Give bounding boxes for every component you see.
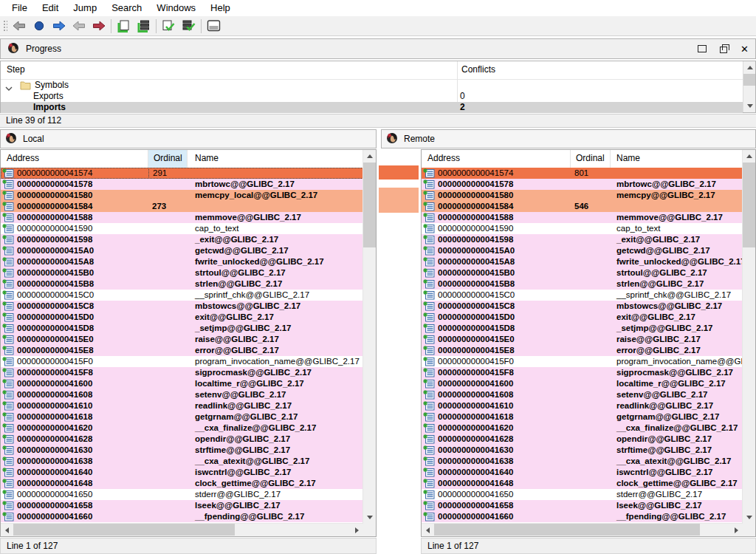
table-row[interactable]: 0000000000041610readlink@@GLIBC_2.17 xyxy=(422,400,743,411)
table-row[interactable]: 00000000000415A0getcwd@@GLIBC_2.17 xyxy=(422,245,743,256)
table-row[interactable]: 00000000000415C8mbstowcs@@GLIBC_2.17 xyxy=(1,301,363,312)
column-header-address[interactable]: Address xyxy=(1,150,148,168)
table-row[interactable]: 0000000000041660__fpending@@GLIBC_2.17 xyxy=(422,511,743,522)
table-row[interactable]: 00000000000415D0exit@@GLIBC_2.17 xyxy=(422,312,743,323)
maximize-button[interactable] xyxy=(691,39,712,58)
menu-help[interactable]: Help xyxy=(203,0,238,16)
table-row[interactable]: 00000000000415C8mbstowcs@@GLIBC_2.17 xyxy=(422,301,743,312)
scrollbar-thumb[interactable] xyxy=(13,524,235,536)
column-header-name[interactable]: Name xyxy=(611,150,743,168)
table-row[interactable]: 0000000000041578mbrtowc@@GLIBC_2.17 xyxy=(1,179,363,190)
table-row[interactable]: 0000000000041620__cxa_finalize@@GLIBC_2.… xyxy=(1,423,363,434)
table-row[interactable]: 0000000000041658lseek@@GLIBC_2.17 xyxy=(1,500,363,511)
database-check-icon[interactable] xyxy=(179,18,199,35)
table-row[interactable]: 00000000000415B0strtoul@@GLIBC_2.17 xyxy=(422,267,743,278)
table-row[interactable]: 0000000000041588memmove@@GLIBC_2.17 xyxy=(422,212,743,223)
table-row[interactable]: 00000000000415B8strlen@@GLIBC_2.17 xyxy=(1,278,363,290)
table-row[interactable]: 0000000000041610readlink@@GLIBC_2.17 xyxy=(1,400,363,411)
document-green-icon[interactable] xyxy=(114,18,134,35)
column-header-ordinal[interactable]: Ordinal xyxy=(571,150,611,168)
scroll-left-icon[interactable] xyxy=(1,524,13,536)
tree-item-imports[interactable]: Imports 2 xyxy=(1,102,743,113)
table-row[interactable]: 0000000000041638__cxa_atexit@@GLIBC_2.17 xyxy=(1,456,363,467)
close-button[interactable]: ✕ xyxy=(734,39,755,58)
column-header-conflicts[interactable]: Conflicts xyxy=(461,64,495,75)
table-row[interactable]: 0000000000041590cap_to_text xyxy=(422,223,743,234)
table-row[interactable]: 0000000000041578mbrtowc@@GLIBC_2.17 xyxy=(422,179,743,190)
scroll-up-icon[interactable] xyxy=(363,150,376,163)
table-row[interactable]: 0000000000041598_exit@@GLIBC_2.17 xyxy=(1,234,363,245)
table-row[interactable]: 0000000000041590cap_to_text xyxy=(1,223,363,234)
progress-panel-titlebar[interactable]: Progress ✕ xyxy=(0,38,756,59)
table-row[interactable]: 00000000000415D0exit@@GLIBC_2.17 xyxy=(1,312,363,323)
scroll-right-icon[interactable] xyxy=(351,524,363,536)
table-row[interactable]: 0000000000041640iswcntrl@@GLIBC_2.17 xyxy=(1,467,363,478)
table-row[interactable]: 0000000000041574801 xyxy=(422,168,743,179)
table-row[interactable]: 00000000000415A0getcwd@@GLIBC_2.17 xyxy=(1,245,363,256)
table-row[interactable]: 00000000000415F8sigprocmask@@GLIBC_2.17 xyxy=(1,367,363,378)
table-row[interactable]: 0000000000041630strftime@@GLIBC_2.17 xyxy=(1,445,363,456)
column-header-step[interactable]: Step xyxy=(7,64,25,75)
scroll-right-icon[interactable] xyxy=(730,524,743,536)
table-row[interactable]: 0000000000041580memcpy_local@@GLIBC_2.17 xyxy=(1,190,363,201)
table-row[interactable]: 0000000000041598_exit@@GLIBC_2.17 xyxy=(422,234,743,245)
table-row[interactable]: 00000000000415F0program_invocation_name@… xyxy=(1,356,363,367)
menu-windows[interactable]: Windows xyxy=(149,0,203,16)
restore-button[interactable] xyxy=(712,39,734,58)
table-row[interactable]: 0000000000041640iswcntrl@@GLIBC_2.17 xyxy=(422,467,743,478)
menu-edit[interactable]: Edit xyxy=(35,0,66,16)
table-row[interactable]: 0000000000041638__cxa_atexit@@GLIBC_2.17 xyxy=(422,456,743,467)
database-green-icon[interactable] xyxy=(134,18,154,35)
remote-panel-titlebar[interactable]: Remote xyxy=(381,129,756,148)
tree-item-exports[interactable]: Exports 0 xyxy=(1,91,743,102)
scrollbar-thumb[interactable] xyxy=(434,524,700,536)
table-row[interactable]: 0000000000041608setenv@@GLIBC_2.17 xyxy=(422,389,743,400)
forward-blue-arrow-icon[interactable] xyxy=(49,18,69,35)
table-row[interactable]: 00000000000415F0program_invocation_name@… xyxy=(422,356,743,367)
table-row[interactable]: 00000000000415B0strtoul@@GLIBC_2.17 xyxy=(1,267,363,278)
menu-search[interactable]: Search xyxy=(104,0,149,16)
table-row[interactable]: 00000000000415E8error@@GLIBC_2.17 xyxy=(422,345,743,356)
table-row[interactable]: 00000000000415E8error@@GLIBC_2.17 xyxy=(1,345,363,356)
table-row[interactable]: 0000000000041648clock_gettime@@GLIBC_2.1… xyxy=(422,478,743,489)
local-panel-titlebar[interactable]: Local xyxy=(0,129,377,148)
table-row[interactable]: 0000000000041600localtime_r@@GLIBC_2.17 xyxy=(1,378,363,389)
column-header-address[interactable]: Address xyxy=(422,150,571,168)
table-row[interactable]: 00000000000415A8fwrite_unlocked@@GLIBC_2… xyxy=(422,256,743,267)
scrollbar-thumb[interactable] xyxy=(743,163,755,247)
table-row[interactable]: 0000000000041608setenv@@GLIBC_2.17 xyxy=(1,389,363,400)
scroll-down-icon[interactable] xyxy=(743,511,755,524)
menu-jump[interactable]: Jump xyxy=(66,0,104,16)
table-row[interactable]: 0000000000041588memmove@@GLIBC_2.17 xyxy=(1,212,363,223)
table-row[interactable]: 0000000000041620__cxa_finalize@@GLIBC_2.… xyxy=(422,423,743,434)
table-row[interactable]: 00000000000415A8fwrite_unlocked@@GLIBC_2… xyxy=(1,256,363,267)
table-row[interactable]: 0000000000041574291 xyxy=(1,168,363,179)
table-row[interactable]: 0000000000041600localtime_r@@GLIBC_2.17 xyxy=(422,378,743,389)
table-row[interactable]: 00000000000415F8sigprocmask@@GLIBC_2.17 xyxy=(422,367,743,378)
toolbar-grip[interactable] xyxy=(2,19,7,33)
table-row[interactable]: 0000000000041618getgrnam@@GLIBC_2.17 xyxy=(422,411,743,423)
table-row[interactable]: 0000000000041584546 xyxy=(422,201,743,212)
table-row[interactable]: 00000000000415B8strlen@@GLIBC_2.17 xyxy=(422,278,743,290)
table-row[interactable]: 0000000000041630strftime@@GLIBC_2.17 xyxy=(422,445,743,456)
table-row[interactable]: 0000000000041628opendir@@GLIBC_2.17 xyxy=(422,434,743,445)
table-row[interactable]: 0000000000041580memcpy@@GLIBC_2.17 xyxy=(422,190,743,201)
table-row[interactable]: 0000000000041650stderr@@GLIBC_2.17 xyxy=(422,489,743,500)
back-light-arrow-icon[interactable] xyxy=(69,18,89,35)
local-horizontal-scrollbar[interactable] xyxy=(1,523,363,536)
table-row[interactable]: 0000000000041618getgrnam@@GLIBC_2.17 xyxy=(1,411,363,423)
table-row[interactable]: 00000000000415D8_setjmp@@GLIBC_2.17 xyxy=(1,323,363,334)
table-row[interactable]: 00000000000415C0__sprintf_chk@@GLIBC_2.1… xyxy=(1,290,363,301)
window-icon[interactable] xyxy=(204,18,224,35)
stop-circle-icon[interactable] xyxy=(29,18,49,35)
table-row[interactable]: 00000000000415E0raise@@GLIBC_2.17 xyxy=(1,334,363,345)
table-row[interactable]: 0000000000041628opendir@@GLIBC_2.17 xyxy=(1,434,363,445)
forward-red-arrow-icon[interactable] xyxy=(89,18,109,35)
remote-vertical-scrollbar[interactable] xyxy=(742,150,755,524)
local-vertical-scrollbar[interactable] xyxy=(362,150,376,524)
table-row[interactable]: 00000000000415C0__sprintf_chk@@GLIBC_2.1… xyxy=(422,290,743,301)
scroll-up-icon[interactable] xyxy=(743,61,756,74)
scrollbar-thumb[interactable] xyxy=(743,74,755,86)
column-header-ordinal[interactable]: Ordinal xyxy=(148,150,188,168)
table-row[interactable]: 00000000000415E0raise@@GLIBC_2.17 xyxy=(422,334,743,345)
